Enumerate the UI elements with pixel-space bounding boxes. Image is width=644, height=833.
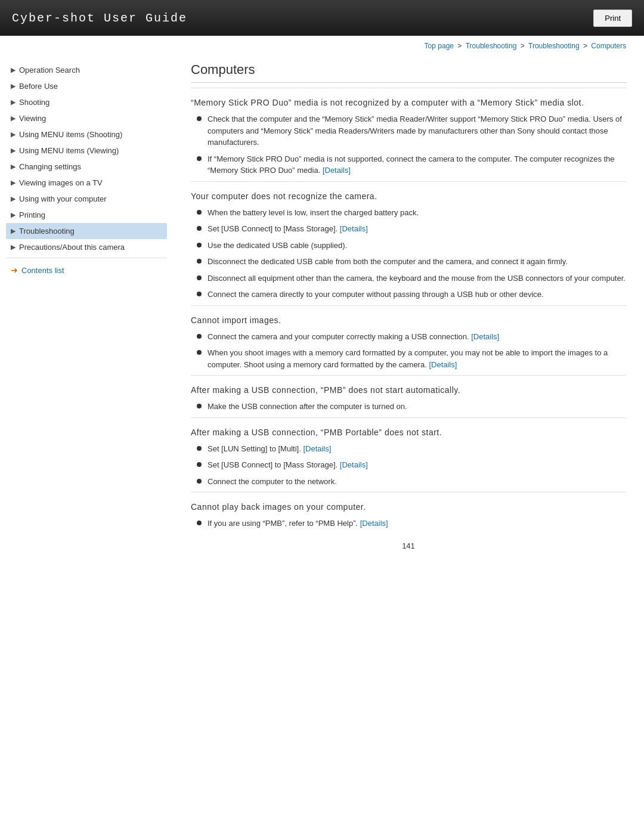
sidebar-arrow-icon: ▶ xyxy=(11,179,16,187)
list-item: Connect the camera and your computer cor… xyxy=(197,331,626,343)
sidebar-item-label: Before Use xyxy=(19,82,58,91)
sidebar-item-before-use[interactable]: ▶Before Use xyxy=(6,78,167,94)
sidebar-arrow-icon: ▶ xyxy=(11,243,16,251)
list-item: Check that the computer and the “Memory … xyxy=(197,113,626,148)
breadcrumb-sep1: > xyxy=(457,42,463,50)
sidebar-item-viewing-images-tv[interactable]: ▶Viewing images on a TV xyxy=(6,175,167,191)
bullet-text: Set [USB Connect] to [Mass Storage]. [De… xyxy=(208,459,368,471)
sidebar-divider xyxy=(6,258,167,258)
app-title: Cyber-shot User Guide xyxy=(12,11,187,25)
section-heading-pmb-not-start-section: After making a USB connection, “PMB” doe… xyxy=(191,385,626,395)
section-heading-cannot-import-section: Cannot import images. xyxy=(191,315,626,325)
sidebar-item-label: Using MENU items (Shooting) xyxy=(19,130,122,139)
breadcrumb-troubleshooting1[interactable]: Troubleshooting xyxy=(466,42,517,50)
sidebar-item-using-menu-viewing[interactable]: ▶Using MENU items (Viewing) xyxy=(6,143,167,159)
sidebar-item-label: Precautions/About this camera xyxy=(19,243,125,252)
bullet-dot-icon xyxy=(197,521,202,525)
section-heading-pmb-portable-section: After making a USB connection, “PMB Port… xyxy=(191,428,626,437)
bullet-dot-icon xyxy=(197,259,202,264)
bullet-dot-icon xyxy=(197,210,202,215)
contents-list-link[interactable]: ➔ Contents list xyxy=(6,261,167,280)
bullet-dot-icon xyxy=(197,446,202,451)
sidebar-item-viewing[interactable]: ▶Viewing xyxy=(6,110,167,126)
breadcrumb-top[interactable]: Top page xyxy=(425,42,454,50)
sidebar-item-troubleshooting[interactable]: ▶Troubleshooting xyxy=(6,223,167,239)
breadcrumb-troubleshooting2[interactable]: Troubleshooting xyxy=(528,42,580,50)
list-item: Connect the camera directly to your comp… xyxy=(197,289,626,301)
sidebar-item-label: Using MENU items (Viewing) xyxy=(19,146,119,155)
breadcrumb: Top page > Troubleshooting > Troubleshoo… xyxy=(0,36,644,56)
bullet-dot-icon xyxy=(197,334,202,339)
section-divider-5 xyxy=(191,492,626,493)
sidebar-arrow-icon: ▶ xyxy=(11,227,16,235)
bullet-dot-icon xyxy=(197,156,202,161)
list-item: Set [USB Connect] to [Mass Storage]. [De… xyxy=(197,223,626,235)
bullet-list-cannot-playback-section: If you are using “PMB”, refer to “PMB He… xyxy=(197,518,626,529)
contents-link-label: Contents list xyxy=(21,266,64,275)
sidebar-item-label: Using with your computer xyxy=(19,194,107,203)
section-divider-2 xyxy=(191,305,626,306)
details-link[interactable]: [Details] xyxy=(340,224,368,233)
sidebar-arrow-icon: ▶ xyxy=(11,211,16,219)
details-link[interactable]: [Details] xyxy=(360,519,388,528)
content-area: Computers “Memory Stick PRO Duo” media i… xyxy=(173,62,644,568)
bullet-dot-icon xyxy=(197,479,202,484)
details-link[interactable]: [Details] xyxy=(471,332,499,341)
section-divider-4 xyxy=(191,417,626,418)
details-link[interactable]: [Details] xyxy=(429,360,457,369)
sidebar-item-label: Operation Search xyxy=(19,66,80,75)
sidebar: ▶Operation Search▶Before Use▶Shooting▶Vi… xyxy=(0,62,173,568)
list-item: When the battery level is low, insert th… xyxy=(197,207,626,219)
sidebar-arrow-icon: ▶ xyxy=(11,114,16,122)
sidebar-item-label: Changing settings xyxy=(19,162,81,171)
main-layout: ▶Operation Search▶Before Use▶Shooting▶Vi… xyxy=(0,56,644,574)
bullet-text: When the battery level is low, insert th… xyxy=(208,207,419,219)
list-item: If “Memory Stick PRO Duo” media is not s… xyxy=(197,153,626,176)
bullet-dot-icon xyxy=(197,116,202,121)
page-number: 141 xyxy=(191,541,626,550)
bullet-list-cannot-import-section: Connect the camera and your computer cor… xyxy=(197,331,626,371)
bullet-text: If “Memory Stick PRO Duo” media is not s… xyxy=(208,153,626,176)
section-heading-camera-not-recognized-section: Your computer does not recognize the cam… xyxy=(191,191,626,201)
sidebar-item-changing-settings[interactable]: ▶Changing settings xyxy=(6,159,167,175)
section-heading-cannot-playback-section: Cannot play back images on your computer… xyxy=(191,502,626,512)
sidebar-arrow-icon: ▶ xyxy=(11,147,16,154)
bullet-dot-icon xyxy=(197,275,202,280)
details-link[interactable]: [Details] xyxy=(303,444,331,453)
bullet-text: Set [USB Connect] to [Mass Storage]. [De… xyxy=(208,223,368,235)
sidebar-item-using-with-computer[interactable]: ▶Using with your computer xyxy=(6,191,167,207)
bullet-dot-icon xyxy=(197,350,202,355)
sidebar-arrow-icon: ▶ xyxy=(11,82,16,90)
breadcrumb-computers[interactable]: Computers xyxy=(591,42,626,50)
bullet-dot-icon xyxy=(197,462,202,467)
section-heading-memory-stick-section: “Memory Stick PRO Duo” media is not reco… xyxy=(191,98,626,107)
page-title: Computers xyxy=(191,62,626,83)
sidebar-item-shooting[interactable]: ▶Shooting xyxy=(6,94,167,110)
bullet-dot-icon xyxy=(197,226,202,231)
bullet-list-pmb-not-start-section: Make the USB connection after the comput… xyxy=(197,401,626,413)
list-item: Set [LUN Setting] to [Multi]. [Details] xyxy=(197,443,626,455)
bullet-dot-icon xyxy=(197,404,202,408)
list-item: Disconnect the dedicated USB cable from … xyxy=(197,256,626,268)
bullet-text: When you shoot images with a memory card… xyxy=(208,347,626,370)
bullet-text: Use the dedicated USB cable (supplied). xyxy=(208,240,347,252)
sidebar-item-precautions[interactable]: ▶Precautions/About this camera xyxy=(6,239,167,255)
list-item: Set [USB Connect] to [Mass Storage]. [De… xyxy=(197,459,626,471)
bullet-text: Disconnect all equipment other than the … xyxy=(208,272,626,284)
contents-arrow-icon: ➔ xyxy=(11,265,18,275)
breadcrumb-sep2: > xyxy=(521,42,527,50)
details-link[interactable]: [Details] xyxy=(340,460,368,469)
bullet-dot-icon xyxy=(197,292,202,296)
sidebar-item-operation-search[interactable]: ▶Operation Search xyxy=(6,62,167,78)
breadcrumb-sep3: > xyxy=(583,42,589,50)
bullet-text: If you are using “PMB”, refer to “PMB He… xyxy=(208,518,388,529)
sidebar-item-using-menu-shooting[interactable]: ▶Using MENU items (Shooting) xyxy=(6,126,167,143)
bullet-text: Connect the computer to the network. xyxy=(208,476,337,488)
sidebar-item-printing[interactable]: ▶Printing xyxy=(6,207,167,223)
section-divider-1 xyxy=(191,181,626,182)
header: Cyber-shot User Guide Print xyxy=(0,0,644,36)
details-link[interactable]: [Details] xyxy=(323,166,351,175)
bullet-list-memory-stick-section: Check that the computer and the “Memory … xyxy=(197,113,626,176)
bullet-text: Make the USB connection after the comput… xyxy=(208,401,407,413)
print-button[interactable]: Print xyxy=(593,10,632,27)
